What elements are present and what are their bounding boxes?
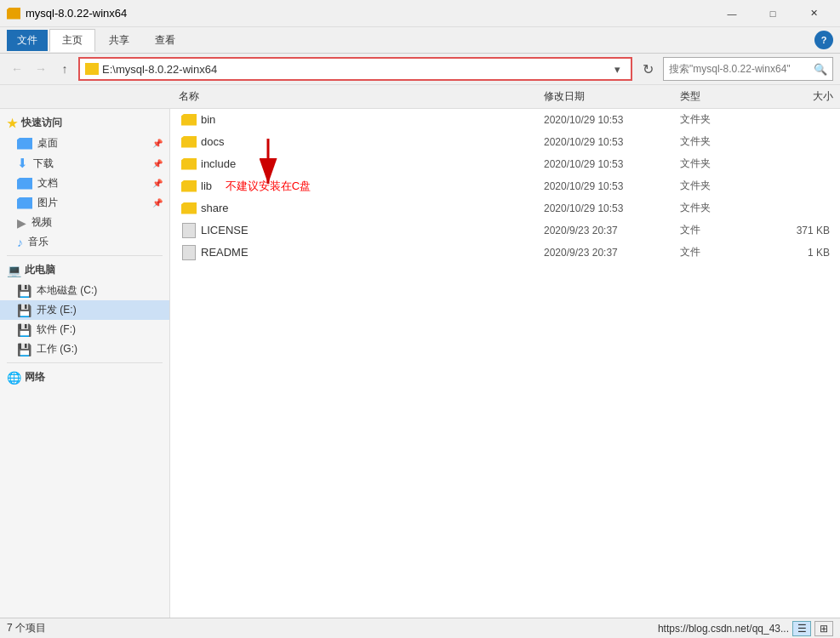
minimize-button[interactable]: —: [712, 0, 751, 27]
refresh-button[interactable]: ↻: [636, 57, 660, 81]
sidebar-item-documents[interactable]: 文档 📌: [0, 174, 169, 193]
help-button[interactable]: ?: [814, 31, 833, 49]
file-icon-lib: [177, 180, 201, 192]
details-view-button[interactable]: ☰: [792, 621, 811, 636]
maximize-button[interactable]: □: [753, 0, 792, 27]
tab-file[interactable]: 文件: [7, 30, 48, 51]
file-type: 文件: [680, 245, 765, 259]
statusbar-right: https://blog.csdn.net/qq_43... ☰ ⊞: [658, 621, 833, 636]
file-date: 2020/10/29 10:53: [544, 136, 680, 148]
file-type: 文件夹: [680, 179, 765, 193]
table-row[interactable]: bin 2020/10/29 10:53 文件夹: [170, 109, 840, 131]
large-icon-view-button[interactable]: ⊞: [814, 621, 833, 636]
back-button[interactable]: ←: [7, 59, 27, 79]
quick-access-label: 快速访问: [21, 116, 62, 130]
file-type: 文件夹: [680, 134, 765, 149]
titlebar-controls: — □ ✕: [712, 0, 833, 27]
sidebar-divider-2: [7, 362, 163, 363]
folder-icon: [181, 158, 197, 170]
sidebar-item-label: 视频: [31, 215, 52, 230]
sidebar-item-downloads[interactable]: ⬇ 下载 📌: [0, 153, 169, 174]
sidebar-item-f[interactable]: 💾 软件 (F:): [0, 320, 169, 339]
file-icon-include: [177, 158, 201, 170]
sidebar-item-label: 软件 (F:): [37, 322, 76, 337]
sidebar-item-label: 下载: [33, 157, 54, 171]
network-label: 网络: [25, 370, 45, 385]
sidebar-item-label: 工作 (G:): [37, 342, 77, 356]
sidebar-item-desktop[interactable]: 桌面 📌: [0, 134, 169, 153]
file-icon-readme: [177, 245, 201, 260]
file-name: README: [201, 246, 544, 259]
folder-icon: [181, 114, 197, 126]
search-input[interactable]: [664, 63, 809, 75]
address-folder-icon: [85, 63, 99, 75]
sidebar-item-e[interactable]: 💾 开发 (E:): [0, 300, 169, 320]
table-row[interactable]: LICENSE 2020/9/23 20:37 文件 371 KB: [170, 219, 840, 242]
sidebar-divider-1: [7, 255, 163, 256]
ribbon-tabs: 文件 主页 共享 查看 ?: [0, 27, 840, 53]
pin-icon: 📌: [152, 139, 163, 148]
search-bar: 🔍: [663, 57, 833, 81]
up-button[interactable]: ↑: [54, 59, 75, 79]
table-row[interactable]: share 2020/10/29 10:53 文件夹: [170, 197, 840, 219]
search-icon[interactable]: 🔍: [809, 57, 832, 81]
file-type: 文件夹: [680, 201, 765, 215]
file-name: LICENSE: [201, 224, 544, 236]
titlebar: mysql-8.0.22-winx64 — □ ✕: [0, 0, 840, 27]
sidebar-item-music[interactable]: ♪ 音乐: [0, 232, 169, 252]
file-name: bin: [201, 113, 544, 126]
sidebar-item-c[interactable]: 💾 本地磁盘 (C:): [0, 281, 169, 300]
disk-f-icon: 💾: [17, 323, 31, 337]
folder-icon: [181, 136, 197, 148]
pictures-folder-icon: [17, 197, 32, 209]
titlebar-title: mysql-8.0.22-winx64: [26, 7, 127, 20]
sidebar-item-g[interactable]: 💾 工作 (G:): [0, 339, 169, 359]
address-bar[interactable]: E:\mysql-8.0.22-winx64 ▾: [78, 57, 632, 81]
sidebar-item-label: 音乐: [28, 235, 49, 249]
sidebar-item-pictures[interactable]: 图片 📌: [0, 193, 169, 213]
sidebar-item-label: 图片: [37, 196, 58, 210]
addressbar-area: ← → ↑ E:\mysql-8.0.22-winx64 ▾ ↻ 🔍: [0, 54, 840, 85]
this-pc-header[interactable]: 💻 此电脑: [0, 259, 169, 281]
ribbon: 文件 主页 共享 查看 ?: [0, 27, 840, 54]
file-date: 2020/9/23 20:37: [544, 247, 680, 259]
column-headers: 名称 修改日期 类型 大小: [0, 85, 840, 109]
table-row[interactable]: include 2020/10/29 10:53 文件夹: [170, 153, 840, 175]
disk-g-icon: 💾: [17, 343, 31, 356]
statusbar: 7 个项目 https://blog.csdn.net/qq_43... ☰ ⊞: [0, 618, 840, 638]
file-icon-share: [177, 202, 201, 214]
tab-share[interactable]: 共享: [97, 30, 141, 51]
table-row[interactable]: docs 2020/10/29 10:53 文件夹: [170, 131, 840, 153]
file-type: 文件: [680, 223, 765, 237]
disk-c-icon: 💾: [17, 284, 31, 298]
file-date: 2020/10/29 10:53: [544, 114, 680, 126]
folder-icon: [181, 202, 197, 214]
file-icon-bin: [177, 114, 201, 126]
table-row[interactable]: lib 不建议安装在C盘 2020/10/29 10:53 文件夹: [170, 175, 840, 197]
file-date: 2020/10/29 10:53: [544, 202, 680, 214]
tab-home[interactable]: 主页: [49, 29, 95, 52]
docs-folder-icon: [17, 178, 32, 190]
quick-access-header[interactable]: ★ 快速访问: [0, 112, 169, 134]
pin-icon: 📌: [152, 159, 163, 168]
file-icon-docs: [177, 136, 201, 148]
pin-icon: 📌: [152, 198, 163, 208]
forward-button[interactable]: →: [31, 59, 51, 79]
table-row[interactable]: README 2020/9/23 20:37 文件 1 KB: [170, 242, 840, 264]
sidebar-item-videos[interactable]: ▶ 视频: [0, 213, 169, 232]
file-date: 2020/9/23 20:37: [544, 225, 680, 236]
titlebar-folder-icon: [7, 8, 20, 20]
tab-view[interactable]: 查看: [143, 30, 187, 51]
file-size: 1 KB: [765, 247, 833, 259]
sidebar-item-label: 文档: [37, 176, 58, 191]
computer-icon: 💻: [7, 264, 21, 277]
col-header-size: 大小: [765, 89, 833, 104]
sidebar-item-label: 开发 (E:): [37, 303, 77, 317]
network-header[interactable]: 🌐 网络: [0, 367, 169, 388]
close-button[interactable]: ✕: [794, 0, 833, 27]
address-dropdown-button[interactable]: ▾: [609, 59, 626, 79]
status-count: 7 个项目: [7, 621, 46, 635]
warning-annotation: 不建议安装在C盘: [226, 179, 311, 192]
address-text: E:\mysql-8.0.22-winx64: [102, 63, 605, 76]
file-type: 文件夹: [680, 112, 765, 127]
